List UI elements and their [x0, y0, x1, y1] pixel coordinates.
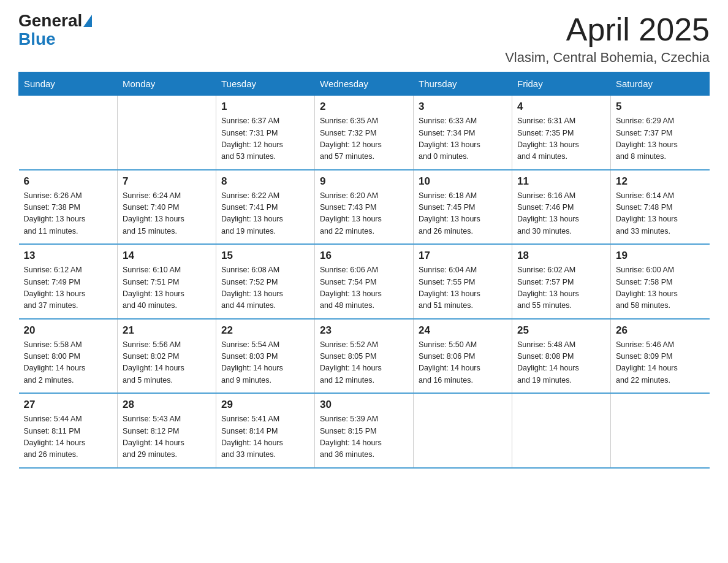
logo-triangle-icon: [83, 15, 92, 27]
calendar-week-row: 1Sunrise: 6:37 AMSunset: 7:31 PMDaylight…: [19, 96, 710, 170]
logo-blue-text: Blue: [18, 29, 56, 48]
calendar-header: SundayMondayTuesdayWednesdayThursdayFrid…: [19, 72, 710, 96]
calendar-day-cell: 16Sunrise: 6:06 AMSunset: 7:54 PMDayligh…: [315, 244, 414, 319]
day-info: Sunrise: 6:24 AMSunset: 7:40 PMDaylight:…: [123, 190, 211, 238]
day-number: 4: [517, 101, 605, 113]
day-number: 17: [419, 250, 507, 262]
calendar-day-cell: 24Sunrise: 5:50 AMSunset: 8:06 PMDayligh…: [414, 319, 512, 394]
day-info: Sunrise: 6:00 AMSunset: 7:58 PMDaylight:…: [616, 264, 705, 312]
day-info: Sunrise: 6:06 AMSunset: 7:54 PMDaylight:…: [320, 264, 408, 312]
calendar-day-cell: 10Sunrise: 6:18 AMSunset: 7:45 PMDayligh…: [414, 170, 512, 245]
location-subtitle: Vlasim, Central Bohemia, Czechia: [505, 50, 710, 66]
day-info: Sunrise: 6:14 AMSunset: 7:48 PMDaylight:…: [616, 190, 705, 238]
day-number: 22: [221, 324, 309, 337]
day-number: 24: [419, 324, 507, 337]
logo: General Blue: [18, 12, 93, 49]
calendar-day-cell: 8Sunrise: 6:22 AMSunset: 7:41 PMDaylight…: [216, 170, 315, 245]
day-of-week-header: Monday: [118, 72, 216, 96]
day-of-week-header: Wednesday: [315, 72, 414, 96]
calendar-day-cell: 7Sunrise: 6:24 AMSunset: 7:40 PMDaylight…: [118, 170, 216, 245]
logo-general-text: General: [18, 12, 82, 29]
calendar-day-cell: [118, 96, 216, 170]
calendar-day-cell: 21Sunrise: 5:56 AMSunset: 8:02 PMDayligh…: [118, 319, 216, 394]
calendar-body: 1Sunrise: 6:37 AMSunset: 7:31 PMDaylight…: [19, 96, 710, 468]
day-info: Sunrise: 6:22 AMSunset: 7:41 PMDaylight:…: [221, 190, 309, 238]
day-number: 5: [616, 101, 705, 113]
day-info: Sunrise: 6:04 AMSunset: 7:55 PMDaylight:…: [419, 264, 507, 312]
day-number: 11: [517, 175, 605, 188]
day-number: 25: [517, 324, 605, 337]
day-number: 29: [221, 399, 309, 411]
calendar-day-cell: 13Sunrise: 6:12 AMSunset: 7:49 PMDayligh…: [19, 244, 118, 319]
calendar-day-cell: 29Sunrise: 5:41 AMSunset: 8:14 PMDayligh…: [216, 393, 315, 468]
calendar-day-cell: 18Sunrise: 6:02 AMSunset: 7:57 PMDayligh…: [512, 244, 611, 319]
calendar-day-cell: 27Sunrise: 5:44 AMSunset: 8:11 PMDayligh…: [19, 393, 118, 468]
day-info: Sunrise: 6:18 AMSunset: 7:45 PMDaylight:…: [419, 190, 507, 238]
day-number: 2: [320, 101, 408, 113]
day-info: Sunrise: 6:37 AMSunset: 7:31 PMDaylight:…: [221, 115, 309, 163]
day-number: 9: [320, 175, 408, 188]
day-of-week-header: Tuesday: [216, 72, 315, 96]
day-info: Sunrise: 6:35 AMSunset: 7:32 PMDaylight:…: [320, 115, 408, 163]
days-header-row: SundayMondayTuesdayWednesdayThursdayFrid…: [19, 72, 710, 96]
page-header: General Blue April 2025 Vlasim, Central …: [18, 12, 710, 66]
day-number: 1: [221, 101, 309, 113]
calendar-week-row: 6Sunrise: 6:26 AMSunset: 7:38 PMDaylight…: [19, 170, 710, 245]
day-number: 7: [123, 175, 211, 188]
calendar-day-cell: [19, 96, 118, 170]
day-info: Sunrise: 5:58 AMSunset: 8:00 PMDaylight:…: [24, 339, 113, 387]
day-info: Sunrise: 5:52 AMSunset: 8:05 PMDaylight:…: [320, 339, 408, 387]
calendar-day-cell: [414, 393, 512, 468]
day-info: Sunrise: 6:33 AMSunset: 7:34 PMDaylight:…: [419, 115, 507, 163]
day-number: 15: [221, 250, 309, 262]
day-number: 19: [616, 250, 705, 262]
calendar-day-cell: 14Sunrise: 6:10 AMSunset: 7:51 PMDayligh…: [118, 244, 216, 319]
day-info: Sunrise: 5:46 AMSunset: 8:09 PMDaylight:…: [616, 339, 705, 387]
day-info: Sunrise: 5:39 AMSunset: 8:15 PMDaylight:…: [320, 413, 408, 461]
day-number: 13: [24, 250, 113, 262]
day-info: Sunrise: 5:56 AMSunset: 8:02 PMDaylight:…: [123, 339, 211, 387]
calendar-day-cell: [512, 393, 611, 468]
day-number: 16: [320, 250, 408, 262]
day-info: Sunrise: 5:50 AMSunset: 8:06 PMDaylight:…: [419, 339, 507, 387]
day-info: Sunrise: 6:16 AMSunset: 7:46 PMDaylight:…: [517, 190, 605, 238]
calendar-day-cell: [611, 393, 710, 468]
calendar-table: SundayMondayTuesdayWednesdayThursdayFrid…: [18, 72, 710, 469]
day-number: 14: [123, 250, 211, 262]
calendar-day-cell: 30Sunrise: 5:39 AMSunset: 8:15 PMDayligh…: [315, 393, 414, 468]
calendar-day-cell: 28Sunrise: 5:43 AMSunset: 8:12 PMDayligh…: [118, 393, 216, 468]
day-number: 30: [320, 399, 408, 411]
day-of-week-header: Saturday: [611, 72, 710, 96]
day-of-week-header: Thursday: [414, 72, 512, 96]
calendar-day-cell: 23Sunrise: 5:52 AMSunset: 8:05 PMDayligh…: [315, 319, 414, 394]
calendar-day-cell: 12Sunrise: 6:14 AMSunset: 7:48 PMDayligh…: [611, 170, 710, 245]
day-number: 18: [517, 250, 605, 262]
day-number: 27: [24, 399, 113, 411]
calendar-week-row: 20Sunrise: 5:58 AMSunset: 8:00 PMDayligh…: [19, 319, 710, 394]
calendar-day-cell: 3Sunrise: 6:33 AMSunset: 7:34 PMDaylight…: [414, 96, 512, 170]
title-area: April 2025 Vlasim, Central Bohemia, Czec…: [505, 12, 710, 66]
day-number: 10: [419, 175, 507, 188]
day-number: 28: [123, 399, 211, 411]
day-number: 8: [221, 175, 309, 188]
day-number: 3: [419, 101, 507, 113]
day-info: Sunrise: 6:10 AMSunset: 7:51 PMDaylight:…: [123, 264, 211, 312]
day-info: Sunrise: 6:20 AMSunset: 7:43 PMDaylight:…: [320, 190, 408, 238]
calendar-day-cell: 19Sunrise: 6:00 AMSunset: 7:58 PMDayligh…: [611, 244, 710, 319]
day-info: Sunrise: 5:54 AMSunset: 8:03 PMDaylight:…: [221, 339, 309, 387]
calendar-day-cell: 25Sunrise: 5:48 AMSunset: 8:08 PMDayligh…: [512, 319, 611, 394]
day-number: 23: [320, 324, 408, 337]
calendar-day-cell: 20Sunrise: 5:58 AMSunset: 8:00 PMDayligh…: [19, 319, 118, 394]
calendar-day-cell: 6Sunrise: 6:26 AMSunset: 7:38 PMDaylight…: [19, 170, 118, 245]
day-info: Sunrise: 5:48 AMSunset: 8:08 PMDaylight:…: [517, 339, 605, 387]
day-of-week-header: Friday: [512, 72, 611, 96]
month-title: April 2025: [505, 12, 710, 47]
day-number: 26: [616, 324, 705, 337]
calendar-day-cell: 5Sunrise: 6:29 AMSunset: 7:37 PMDaylight…: [611, 96, 710, 170]
day-info: Sunrise: 6:31 AMSunset: 7:35 PMDaylight:…: [517, 115, 605, 163]
calendar-day-cell: 22Sunrise: 5:54 AMSunset: 8:03 PMDayligh…: [216, 319, 315, 394]
calendar-day-cell: 15Sunrise: 6:08 AMSunset: 7:52 PMDayligh…: [216, 244, 315, 319]
calendar-day-cell: 1Sunrise: 6:37 AMSunset: 7:31 PMDaylight…: [216, 96, 315, 170]
day-info: Sunrise: 6:12 AMSunset: 7:49 PMDaylight:…: [24, 264, 113, 312]
calendar-day-cell: 26Sunrise: 5:46 AMSunset: 8:09 PMDayligh…: [611, 319, 710, 394]
